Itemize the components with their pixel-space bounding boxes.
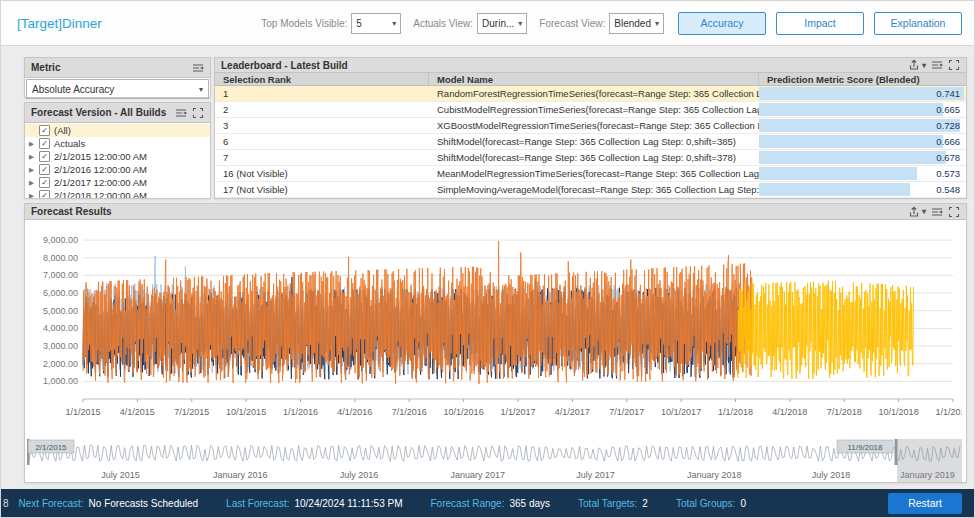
select-value: 5 xyxy=(356,18,362,29)
accuracy-button[interactable]: Accuracy xyxy=(678,12,766,35)
table-row[interactable]: 2CubistModelRegressionTimeSeries(forecas… xyxy=(215,102,966,118)
export-icon[interactable] xyxy=(908,206,920,218)
caret-right-icon[interactable]: ▶ xyxy=(29,166,39,174)
range-selector-minimap[interactable]: 2/1/201511/9/2018 xyxy=(27,439,962,465)
model-name-cell: XGBoostModelRegressionTimeSeries(forecas… xyxy=(429,118,759,133)
tree-item[interactable]: ✓(All) xyxy=(25,124,210,137)
checkbox[interactable]: ✓ xyxy=(39,190,50,198)
model-name-cell: ShiftModel(forecast=Range Step: 365 Coll… xyxy=(429,150,759,165)
table-row[interactable]: 17 (Not Visible)SimpleMovingAverageModel… xyxy=(215,182,966,198)
clipped-text: 8 xyxy=(3,498,9,509)
table-row[interactable]: 7ShiftModel(forecast=Range Step: 365 Col… xyxy=(215,150,966,166)
sliders-icon[interactable] xyxy=(931,59,943,71)
column-header-score[interactable]: Prediction Metric Score (Blended) xyxy=(759,73,966,85)
forecast-version-title: Forecast Version - All Builds xyxy=(31,107,166,118)
score-value: 0.741 xyxy=(936,88,966,99)
svg-text:1/1/2015: 1/1/2015 xyxy=(65,407,100,417)
checkbox[interactable]: ✓ xyxy=(39,125,50,136)
leaderboard-header: Leaderboard - Latest Build ▾ xyxy=(215,58,966,73)
range-end-handle[interactable] xyxy=(895,439,898,465)
model-name-cell: ShiftModel(forecast=Range Step: 365 Coll… xyxy=(429,134,759,149)
tree-item-label: 2/1/2015 12:00:00 AM xyxy=(54,151,147,162)
select-top-models-visible[interactable]: 5▾ xyxy=(351,13,401,34)
chevron-down-icon: ▾ xyxy=(655,19,659,28)
tree-item[interactable]: ▶✓2/1/2017 12:00:00 AM xyxy=(25,176,210,189)
svg-text:4/1/2017: 4/1/2017 xyxy=(555,407,590,417)
tree-item-label: 2/1/2017 12:00:00 AM xyxy=(54,177,147,188)
model-name-cell: CubistModelRegressionTimeSeries(forecast… xyxy=(429,102,759,117)
rank-cell: 6 xyxy=(215,134,429,149)
select-actuals-view[interactable]: Durin...▾ xyxy=(477,13,527,34)
status-item: Last Forecast:10/24/2024 11:11:53 PM xyxy=(226,498,402,509)
column-header-selection-rank[interactable]: Selection Rank xyxy=(215,73,429,85)
sliders-icon[interactable] xyxy=(175,107,187,119)
impact-button[interactable]: Impact xyxy=(776,12,864,35)
svg-text:1/1/2018: 1/1/2018 xyxy=(718,407,753,417)
control-label: Actuals View: xyxy=(413,18,473,29)
forecast-results-title: Forecast Results xyxy=(31,206,112,217)
tree-item[interactable]: ▶✓2/1/2018 12:00:00 AM xyxy=(25,189,210,198)
status-item: Forecast Range:365 days xyxy=(431,498,551,509)
tree-item[interactable]: ▶✓2/1/2015 12:00:00 AM xyxy=(25,150,210,163)
caret-right-icon[interactable]: ▶ xyxy=(29,153,39,161)
expand-icon[interactable] xyxy=(948,206,960,218)
leaderboard-title: Leaderboard - Latest Build xyxy=(221,60,348,71)
svg-text:7/1/2018: 7/1/2018 xyxy=(827,407,862,417)
range-selector[interactable]: 2/1/201511/9/2018 July 2015January 2016J… xyxy=(27,439,962,482)
status-value: No Forecasts Scheduled xyxy=(89,498,199,509)
svg-text:10/1/2016: 10/1/2016 xyxy=(444,407,484,417)
status-value: 2 xyxy=(642,498,648,509)
table-row[interactable]: 16 (Not Visible)MeanModelRegressionTimeS… xyxy=(215,166,966,182)
status-items: Next Forecast:No Forecasts ScheduledLast… xyxy=(19,498,774,509)
mini-axis-label: July 2016 xyxy=(340,470,379,480)
table-row[interactable]: 3XGBoostModelRegressionTimeSeries(foreca… xyxy=(215,118,966,134)
export-icon[interactable] xyxy=(908,59,920,71)
status-item: Total Groups:0 xyxy=(676,498,746,509)
expand-icon[interactable] xyxy=(948,59,960,71)
checkbox[interactable]: ✓ xyxy=(39,151,50,162)
chevron-down-icon[interactable]: ▾ xyxy=(922,61,926,70)
sliders-icon[interactable] xyxy=(192,62,204,74)
forecast-results-panel: Forecast Results ▾ 1,000.002,000.003,000… xyxy=(24,203,967,483)
checkbox[interactable]: ✓ xyxy=(39,138,50,149)
forecast-results-icons: ▾ xyxy=(908,206,960,218)
forecast-version-panel: Forecast Version - All Builds ✓(All)▶✓Ac… xyxy=(24,102,211,199)
column-header-model-name[interactable]: Model Name xyxy=(429,73,759,85)
sliders-icon[interactable] xyxy=(931,206,943,218)
caret-right-icon[interactable]: ▶ xyxy=(29,140,39,148)
explanation-button[interactable]: Explanation xyxy=(874,12,962,35)
tree-item-label: (All) xyxy=(54,125,71,136)
metric-dropdown-value: Absolute Accuracy xyxy=(32,84,114,95)
status-label: Next Forecast: xyxy=(19,498,84,509)
caret-right-icon[interactable]: ▶ xyxy=(29,179,39,187)
forecast-line-chart: 1,000.002,000.003,000.004,000.005,000.00… xyxy=(27,223,962,433)
table-row[interactable]: 1RandomForestRegressionTimeSeries(foreca… xyxy=(215,86,966,102)
svg-text:1,000.00: 1,000.00 xyxy=(43,376,78,386)
status-bar: 8 Next Forecast:No Forecasts ScheduledLa… xyxy=(1,489,974,517)
score-bar xyxy=(759,103,943,116)
expand-icon[interactable] xyxy=(192,107,204,119)
svg-text:4/1/2016: 4/1/2016 xyxy=(337,407,372,417)
tree-item[interactable]: ▶✓2/1/2016 12:00:00 AM xyxy=(25,163,210,176)
restart-button[interactable]: Restart xyxy=(888,493,962,514)
status-label: Total Targets: xyxy=(578,498,637,509)
range-end-label: 11/9/2018 xyxy=(848,443,884,452)
score-bar xyxy=(759,167,917,180)
checkbox[interactable]: ✓ xyxy=(39,177,50,188)
chevron-down-icon[interactable]: ▾ xyxy=(922,207,926,216)
app-window: [Target]Dinner Top Models Visible:5▾Actu… xyxy=(0,0,975,518)
tree-item[interactable]: ▶✓Actuals xyxy=(25,137,210,150)
model-name-cell: SimpleMovingAverageModel(forecast=Range … xyxy=(429,182,759,197)
status-item: Next Forecast:No Forecasts Scheduled xyxy=(19,498,199,509)
svg-text:10/1/2018: 10/1/2018 xyxy=(879,407,919,417)
metric-dropdown[interactable]: Absolute Accuracy ▾ xyxy=(26,79,209,99)
range-selector-axis: July 2015January 2016July 2016January 20… xyxy=(27,469,962,482)
checkbox[interactable]: ✓ xyxy=(39,164,50,175)
mini-axis-label: January 2018 xyxy=(687,470,742,480)
caret-right-icon[interactable]: ▶ xyxy=(29,192,39,199)
table-row[interactable]: 6ShiftModel(forecast=Range Step: 365 Col… xyxy=(215,134,966,150)
chevron-down-icon: ▾ xyxy=(392,19,396,28)
workspace: Metric Absolute Accuracy ▾ Forecast Vers… xyxy=(1,45,974,489)
select-forecast-view[interactable]: Blended▾ xyxy=(609,13,664,34)
svg-text:1/1/2016: 1/1/2016 xyxy=(283,407,318,417)
